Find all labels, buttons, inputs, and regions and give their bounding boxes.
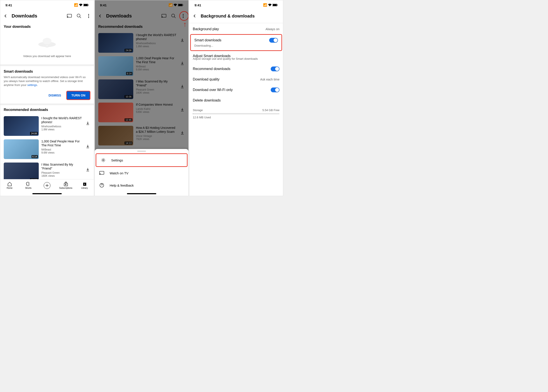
divider xyxy=(189,23,283,23)
wifi-icon xyxy=(268,3,272,7)
download-icon[interactable] xyxy=(180,130,185,135)
storage-free: 5.54 GB Free xyxy=(262,109,279,112)
svg-rect-16 xyxy=(178,4,182,6)
svg-rect-1 xyxy=(84,4,88,6)
video-views: 9.6M views xyxy=(136,68,177,71)
screen-3-settings: 9:41 📶 Background & downloads Background… xyxy=(189,0,283,196)
status-bar: 9:41 📶 xyxy=(95,0,188,10)
row-wifi-only[interactable]: Download over Wi-Fi only xyxy=(189,84,283,95)
menu-watch-tv[interactable]: Watch on TV xyxy=(95,167,188,179)
page-title: Downloads xyxy=(106,13,158,19)
status-bar: 9:41 📶 xyxy=(0,0,94,10)
video-item[interactable]: 14:13 How A $3 Hotdog Uncovered a $24.7 … xyxy=(95,124,188,147)
setting-label: Download quality xyxy=(193,77,220,81)
row-delete[interactable]: Delete downloads xyxy=(189,95,283,105)
status-icons: 📶 xyxy=(74,3,89,7)
video-thumbnail[interactable]: 14:13 xyxy=(98,126,133,146)
more-icon[interactable] xyxy=(86,13,91,19)
video-thumbnail[interactable]: 10:36 xyxy=(98,79,133,99)
back-button[interactable] xyxy=(3,13,8,19)
settings-link[interactable]: settings xyxy=(27,83,37,87)
download-icon[interactable] xyxy=(85,144,90,149)
status-time: 9:41 xyxy=(195,3,201,7)
video-title: If Companies Were Honest xyxy=(136,103,177,106)
video-views: 1.8M views xyxy=(41,128,83,131)
storage-used-text: 12.6 MB Used xyxy=(189,116,283,122)
setting-label: Recommend downloads xyxy=(193,67,230,71)
nav-subscriptions[interactable]: Subscriptions xyxy=(57,179,75,191)
settings-content[interactable]: Background play Always on Smart download… xyxy=(189,24,283,196)
nav-library[interactable]: Library xyxy=(75,179,94,191)
video-channel: Pleasant Green xyxy=(41,171,83,174)
download-icon[interactable] xyxy=(180,61,185,66)
nav-shorts[interactable]: Shorts xyxy=(19,179,38,191)
video-item[interactable]: 10:36 I Was Scammed By My "Friend"Pleasa… xyxy=(95,78,188,101)
cast-icon[interactable] xyxy=(67,13,72,19)
highlight-arrow: ↑ xyxy=(183,20,187,28)
row-background-play[interactable]: Background play Always on xyxy=(189,24,283,34)
duration-badge: 6:14 xyxy=(31,155,38,158)
recommended-header: Recommended downloads xyxy=(95,22,188,31)
video-item[interactable]: 10:36 I Was Scammed By My "Friend" Pleas… xyxy=(0,161,94,179)
battery-icon xyxy=(83,3,89,7)
toggle-recommend[interactable] xyxy=(271,67,279,71)
video-item[interactable]: 24:08 I bought the World's RAREST phones… xyxy=(95,31,188,55)
setting-label: Background play xyxy=(193,27,219,31)
wifi-icon xyxy=(174,3,177,7)
video-title: I Was Scammed By My "Friend" xyxy=(41,162,83,170)
highlight-circle xyxy=(179,11,188,21)
nav-home[interactable]: Home xyxy=(0,179,19,191)
download-icon[interactable] xyxy=(85,120,90,126)
turn-on-button[interactable]: TURN ON xyxy=(66,91,90,100)
svg-point-24 xyxy=(103,160,104,161)
video-title: I bought the World's RAREST phones! xyxy=(41,116,83,124)
video-item[interactable]: 6:14 1,000 Deaf People Hear For The Firs… xyxy=(0,138,94,161)
sheet-handle[interactable] xyxy=(137,151,146,152)
video-thumbnail[interactable]: 10:36 xyxy=(4,162,39,179)
video-thumbnail[interactable]: 12:45 xyxy=(98,103,133,122)
cast-icon[interactable] xyxy=(161,13,167,19)
bottom-nav: Home Shorts Subscriptions Library xyxy=(0,179,94,191)
battery-icon xyxy=(178,3,183,7)
search-icon[interactable] xyxy=(171,13,176,19)
toggle-smart-downloads[interactable] xyxy=(269,38,278,43)
download-icon[interactable] xyxy=(180,84,185,89)
nav-create[interactable] xyxy=(38,179,57,191)
battery-icon xyxy=(272,3,278,7)
menu-label: Help & feedback xyxy=(110,183,134,187)
toggle-wifi-only[interactable] xyxy=(271,87,279,92)
svg-rect-13 xyxy=(64,183,68,186)
video-thumbnail[interactable]: 6:14 xyxy=(98,56,133,76)
row-storage: Storage 5.54 GB Free xyxy=(189,105,283,113)
signal-icon: 📶 xyxy=(74,3,78,7)
menu-label: Watch on TV xyxy=(110,171,128,175)
back-button[interactable] xyxy=(192,13,197,19)
video-thumbnail[interactable]: 24:08 xyxy=(98,33,133,53)
video-item[interactable]: 24:08 I bought the World's RAREST phones… xyxy=(0,114,94,138)
page-title: Downloads xyxy=(12,13,63,19)
download-icon[interactable] xyxy=(180,37,185,43)
video-item[interactable]: 6:14 1,000 Deaf People Hear For The Firs… xyxy=(95,55,188,78)
video-thumbnail[interactable]: 24:08 xyxy=(4,116,39,136)
search-icon[interactable] xyxy=(76,13,82,19)
download-icon[interactable] xyxy=(85,167,90,172)
svg-rect-28 xyxy=(273,4,277,6)
menu-settings[interactable]: Settings xyxy=(96,153,188,167)
svg-point-19 xyxy=(171,14,175,17)
video-item[interactable]: 12:45 If Companies Were HonestLando Kalr… xyxy=(95,101,188,124)
row-quality[interactable]: Download quality Ask each time xyxy=(189,74,283,84)
dismiss-button[interactable]: DISMISS xyxy=(45,91,65,100)
video-thumbnail[interactable]: 6:14 xyxy=(4,139,39,159)
menu-help[interactable]: Help & feedback xyxy=(95,179,188,191)
row-recommend[interactable]: Recommend downloads xyxy=(189,63,283,74)
page-title: Background & downloads xyxy=(201,14,280,19)
video-channel: Lando Kalriz xyxy=(136,107,177,111)
download-icon[interactable] xyxy=(180,107,185,112)
scroll-content[interactable]: Your downloads Videos you download will … xyxy=(0,22,94,179)
back-button[interactable] xyxy=(97,13,103,19)
home-indicator xyxy=(0,191,94,196)
duration-badge: 10:36 xyxy=(125,95,132,98)
storage-label: Storage xyxy=(193,109,203,112)
tv-icon xyxy=(99,170,104,176)
video-title: I Was Scammed By My "Friend" xyxy=(136,79,177,87)
